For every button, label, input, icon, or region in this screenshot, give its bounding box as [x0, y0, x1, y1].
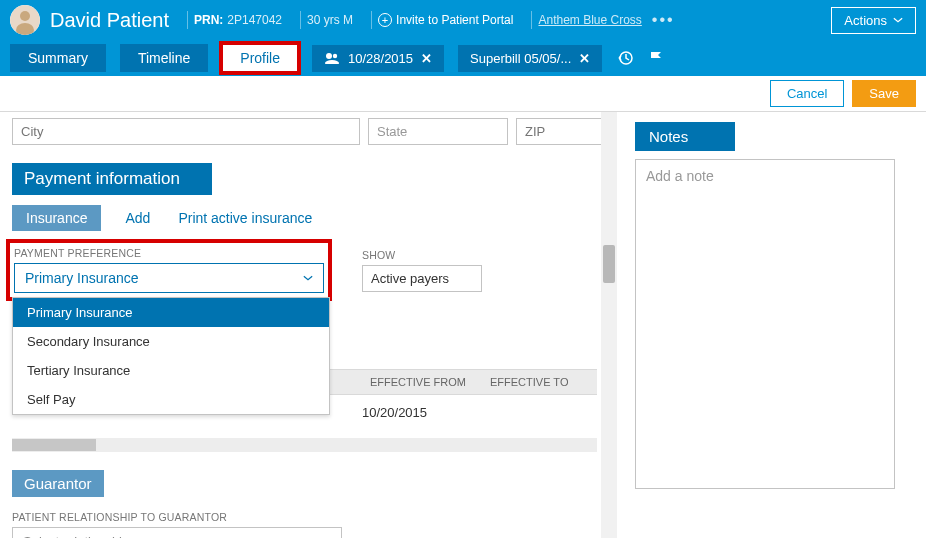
notes-textarea[interactable]: Add a note — [635, 159, 895, 489]
svg-point-4 — [333, 54, 337, 58]
separator — [531, 11, 532, 29]
patient-age: 30 yrs M — [307, 13, 353, 27]
payment-subtabs: Insurance Add Print active insurance — [12, 205, 597, 231]
payment-pref-label: PAYMENT PREFERENCE — [14, 247, 324, 259]
state-select[interactable]: State — [368, 118, 508, 145]
show-filter-dropdown[interactable]: Active payers — [362, 265, 482, 292]
payment-fields: PAYMENT PREFERENCE Primary Insurance SHO… — [12, 245, 597, 295]
chevron-down-icon — [463, 276, 473, 282]
address-row: State — [12, 118, 597, 145]
payment-pref-dropdown[interactable]: Primary Insurance — [14, 263, 324, 293]
plus-circle-icon: + — [378, 13, 392, 27]
invite-portal-link[interactable]: + Invite to Patient Portal — [378, 13, 513, 27]
option-selfpay[interactable]: Self Pay — [13, 385, 329, 414]
close-icon[interactable]: ✕ — [579, 51, 590, 66]
tab-timeline[interactable]: Timeline — [120, 44, 208, 72]
chevron-down-icon — [303, 275, 313, 281]
tab-superbill[interactable]: Superbill 05/05/... ✕ — [458, 45, 602, 72]
right-column: Notes Add a note — [617, 112, 926, 538]
svg-point-1 — [20, 11, 30, 21]
subtab-add[interactable]: Add — [121, 205, 154, 231]
notes-placeholder: Add a note — [646, 168, 714, 184]
guarantor-rel-dropdown[interactable]: Select relationship... — [12, 527, 342, 538]
show-label: SHOW — [362, 249, 482, 261]
invite-label: Invite to Patient Portal — [396, 13, 513, 27]
action-bar: Cancel Save — [0, 76, 926, 112]
th-effective-to: EFFECTIVE TO — [482, 370, 582, 394]
actions-button[interactable]: Actions — [831, 7, 916, 34]
main-area: State Payment information Insurance Add … — [0, 112, 926, 538]
city-field[interactable] — [12, 118, 360, 145]
actions-label: Actions — [844, 13, 887, 28]
separator — [187, 11, 188, 29]
chevron-down-icon — [489, 129, 499, 135]
td-effective-from: 10/20/2015 — [362, 405, 482, 420]
cancel-button[interactable]: Cancel — [770, 80, 844, 107]
svg-point-5 — [325, 60, 339, 64]
separator — [300, 11, 301, 29]
tab-encounter-label: 10/28/2015 — [348, 51, 413, 66]
tab-profile[interactable]: Profile — [222, 44, 298, 72]
prn-label: PRN: — [194, 13, 223, 27]
people-icon — [324, 52, 340, 64]
svg-point-3 — [326, 53, 332, 59]
tab-row: Summary Timeline Profile 10/28/2015 ✕ Su… — [0, 40, 926, 76]
history-icon[interactable] — [616, 49, 634, 67]
flag-icon[interactable] — [648, 50, 664, 66]
scroll-thumb[interactable] — [12, 439, 96, 451]
state-placeholder: State — [377, 124, 407, 139]
insurance-link[interactable]: Anthem Blue Cross — [538, 13, 641, 27]
option-tertiary[interactable]: Tertiary Insurance — [13, 356, 329, 385]
payment-pref-value: Primary Insurance — [25, 270, 139, 286]
option-secondary[interactable]: Secondary Insurance — [13, 327, 329, 356]
payment-section-header: Payment information — [12, 163, 212, 195]
vertical-scrollbar[interactable] — [601, 112, 617, 538]
payment-pref-options: Primary Insurance Secondary Insurance Te… — [12, 297, 330, 415]
subtab-insurance[interactable]: Insurance — [12, 205, 101, 231]
th-effective-from: EFFECTIVE FROM — [362, 370, 482, 394]
close-icon[interactable]: ✕ — [421, 51, 432, 66]
notes-header: Notes — [635, 122, 735, 151]
show-value: Active payers — [371, 271, 449, 286]
tab-encounter[interactable]: 10/28/2015 ✕ — [312, 45, 444, 72]
save-button[interactable]: Save — [852, 80, 916, 107]
scroll-thumb[interactable] — [603, 245, 615, 283]
tab-summary[interactable]: Summary — [10, 44, 106, 72]
payment-pref-highlight: PAYMENT PREFERENCE Primary Insurance — [12, 245, 326, 295]
patient-name: David Patient — [50, 9, 169, 32]
more-icon[interactable]: ••• — [652, 11, 675, 29]
tab-superbill-label: Superbill 05/05/... — [470, 51, 571, 66]
guarantor-rel-label: PATIENT RELATIONSHIP TO GUARANTOR — [12, 511, 597, 523]
guarantor-header: Guarantor — [12, 470, 104, 497]
option-primary[interactable]: Primary Insurance — [13, 298, 329, 327]
guarantor-rel-placeholder: Select relationship... — [23, 534, 140, 538]
horizontal-scrollbar[interactable] — [12, 438, 597, 452]
avatar — [10, 5, 40, 35]
subtab-print[interactable]: Print active insurance — [174, 205, 316, 231]
left-column: State Payment information Insurance Add … — [0, 112, 617, 538]
patient-header: David Patient PRN: 2P147042 30 yrs M + I… — [0, 0, 926, 40]
prn-value: 2P147042 — [227, 13, 282, 27]
chevron-down-icon — [893, 17, 903, 23]
separator — [371, 11, 372, 29]
